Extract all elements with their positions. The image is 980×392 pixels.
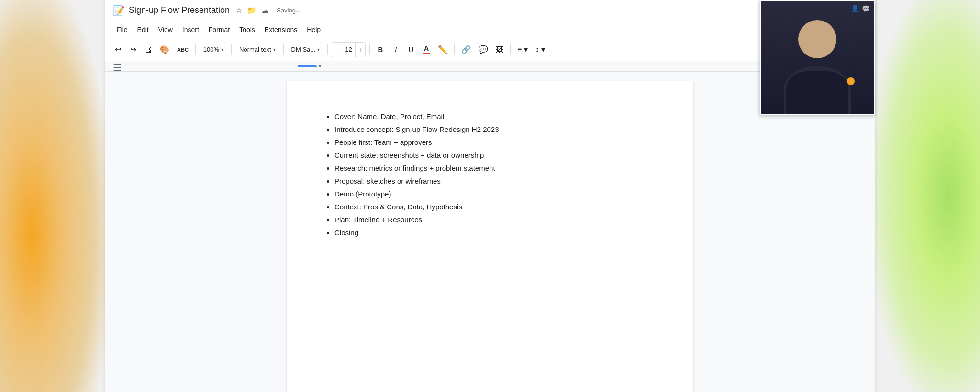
print-button[interactable]: 🖨 <box>142 42 155 57</box>
bullet-item-1: Cover: Name, Date, Project, Email <box>334 110 655 123</box>
bullet-item-7: Demo (Prototype) <box>334 187 655 200</box>
star-icon[interactable]: ☆ <box>235 6 242 15</box>
toolbar-sep-2 <box>231 44 232 55</box>
align-button[interactable]: ≡ ▾ <box>514 42 531 57</box>
paragraph-style-value: Normal text <box>239 46 271 53</box>
person-shirt <box>786 71 848 114</box>
menu-edit[interactable]: Edit <box>134 24 153 35</box>
bullet-item-4: Current state: screenshots + data or own… <box>334 149 655 162</box>
paint-format-button[interactable]: 🎨 <box>157 42 172 57</box>
font-size-control: − 12 + <box>332 42 366 57</box>
menu-help[interactable]: Help <box>303 24 324 35</box>
menu-insert[interactable]: Insert <box>178 24 203 35</box>
webcam-chat-icon: 💬 <box>862 5 870 12</box>
toolbar-sep-7 <box>510 44 511 55</box>
webcam-overlay: 👤 💬 <box>760 0 875 115</box>
bullet-item-2: Introduce concept: Sign-up Flow Redesign… <box>334 123 655 136</box>
toolbar-sep-4 <box>327 44 328 55</box>
webcam-icons: 👤 💬 <box>851 5 870 12</box>
text-color-button[interactable]: A <box>420 42 433 57</box>
menu-tools[interactable]: Tools <box>235 24 259 35</box>
sidebar-toggle[interactable]: ☰ <box>113 62 122 74</box>
bullet-item-6: Proposal: sketches or wireframes <box>334 174 655 187</box>
ruler: ▾ <box>105 61 875 72</box>
underline-button[interactable]: U <box>404 42 418 57</box>
google-docs-icon: 📝 <box>113 5 125 16</box>
document-area: Cover: Name, Date, Project, Email Introd… <box>105 72 875 392</box>
menu-extensions[interactable]: Extensions <box>261 24 301 35</box>
image-button[interactable]: 🖼 <box>493 42 506 57</box>
document-title[interactable]: Sign-up Flow Presentation <box>129 5 230 15</box>
cloud-save-icon: ☁ <box>261 6 269 15</box>
yellow-dot-decoration <box>847 77 855 85</box>
font-select[interactable]: DM Sa... ▾ <box>288 42 324 57</box>
bullet-item-3: People first: Team + approvers <box>334 136 655 149</box>
menu-view[interactable]: View <box>155 24 177 35</box>
bg-decoration-left <box>0 0 105 392</box>
toolbar-sep-6 <box>454 44 455 55</box>
webcam-feed <box>761 1 874 114</box>
document-page: Cover: Name, Date, Project, Email Introd… <box>287 81 693 392</box>
bullet-item-8: Context: Pros & Cons, Data, Hypothesis <box>334 200 655 213</box>
bullet-item-10[interactable]: Closing <box>334 226 655 239</box>
bullet-item-9: Plan: Timeline + Resources <box>334 213 655 226</box>
font-chevron: ▾ <box>317 47 320 52</box>
zoom-select[interactable]: 100% ▾ <box>200 42 227 57</box>
toolbar-sep-3 <box>283 44 284 55</box>
webcam-profile-icon: 👤 <box>851 5 859 12</box>
folder-icon[interactable]: 📁 <box>247 6 256 15</box>
bullet-list: Cover: Name, Date, Project, Email Introd… <box>325 110 655 239</box>
ruler-chevron: ▾ <box>319 64 321 69</box>
font-size-increase[interactable]: + <box>356 43 365 57</box>
line-spacing-button[interactable]: ↕ ▾ <box>533 42 548 57</box>
person-head <box>798 20 836 58</box>
menu-bar: File Edit View Insert Format Tools Exten… <box>105 21 875 38</box>
zoom-chevron: ▾ <box>221 47 223 52</box>
highlight-button[interactable]: ✏️ <box>435 42 450 57</box>
sidebar-menu-icon[interactable]: ☰ <box>113 63 122 73</box>
saving-status: Saving... <box>277 7 301 14</box>
comment-button[interactable]: 💬 <box>476 42 491 57</box>
bold-button[interactable]: B <box>374 42 387 57</box>
title-bar: 📝 Sign-up Flow Presentation ☆ 📁 ☁ Saving… <box>105 0 875 21</box>
menu-file[interactable]: File <box>113 24 132 35</box>
redo-button[interactable]: ↪ <box>126 42 140 57</box>
style-chevron: ▾ <box>273 47 276 52</box>
undo-button[interactable]: ↩ <box>111 42 124 57</box>
toolbar-sep-5 <box>369 44 370 55</box>
font-size-decrease[interactable]: − <box>332 43 342 57</box>
document-content: Cover: Name, Date, Project, Email Introd… <box>325 110 655 239</box>
title-bar-icons: ☆ 📁 ☁ Saving... <box>235 6 301 15</box>
text-color-bar <box>423 53 430 54</box>
bg-decoration-right <box>875 0 980 392</box>
font-size-value[interactable]: 12 <box>342 43 355 57</box>
link-button[interactable]: 🔗 <box>458 42 474 57</box>
italic-button[interactable]: I <box>389 42 402 57</box>
spell-check-button[interactable]: ABC <box>174 42 191 57</box>
toolbar-sep-1 <box>195 44 196 55</box>
zoom-value: 100% <box>203 46 219 53</box>
paragraph-style-select[interactable]: Normal text ▾ <box>235 42 279 57</box>
bullet-item-5: Research: metrics or findings + problem … <box>334 162 655 174</box>
toolbar: ↩ ↪ 🖨 🎨 ABC 100% ▾ Normal text ▾ DM Sa..… <box>105 38 875 61</box>
menu-format[interactable]: Format <box>205 24 234 35</box>
app-window: 📝 Sign-up Flow Presentation ☆ 📁 ☁ Saving… <box>105 0 875 392</box>
font-value: DM Sa... <box>291 46 316 53</box>
ruler-marker <box>298 65 317 67</box>
